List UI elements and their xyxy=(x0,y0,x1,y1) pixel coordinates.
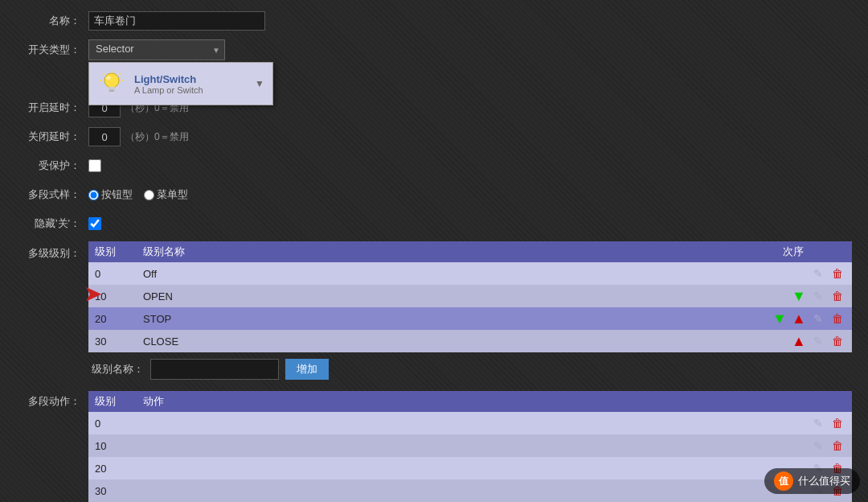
col-action-icons-header xyxy=(804,391,852,412)
action-detail-cell xyxy=(137,457,804,479)
multi-style-label: 多段式样： xyxy=(16,187,88,202)
edit-icon[interactable]: ✎ xyxy=(810,311,826,327)
dropdown-item-light-switch[interactable]: Light/Switch A Lamp or Switch ▼ xyxy=(89,63,272,105)
delete-icon[interactable]: 🗑 xyxy=(829,288,845,304)
watermark-icon: 值 xyxy=(774,471,793,491)
add-level-row: 级别名称： 增加 xyxy=(88,356,329,383)
delete-icon[interactable]: 🗑 xyxy=(829,265,845,282)
level-actions-cell: ▼▲✎🗑 xyxy=(413,307,852,330)
item-arrow-icon: ▼ xyxy=(255,78,264,89)
level-name-cell: OPEN xyxy=(137,285,413,307)
action-row: 20 ✎🗑 xyxy=(88,457,852,479)
move-down-icon[interactable]: ▼ xyxy=(772,311,788,327)
action-level-cell: 30 xyxy=(88,479,137,502)
red-arrow-icon: ➤ xyxy=(84,282,102,308)
level-name-input[interactable] xyxy=(150,359,279,380)
protected-checkbox[interactable] xyxy=(88,159,101,172)
col-order-header: 次序 xyxy=(413,241,852,262)
delete-icon[interactable]: 🗑 xyxy=(829,311,845,327)
level-cell: 30 xyxy=(88,330,137,352)
name-control xyxy=(88,11,852,31)
col-action-header: 动作 xyxy=(137,391,804,412)
action-delete-icon[interactable]: 🗑 xyxy=(829,415,845,431)
action-delete-icon[interactable]: 🗑 xyxy=(829,438,845,454)
action-detail-cell xyxy=(137,412,804,434)
multi-action-label: 多段动作： xyxy=(16,389,88,409)
move-up-icon[interactable]: ▲ xyxy=(791,311,807,327)
action-level-cell: 20 xyxy=(88,457,137,479)
level-actions-cell: ✎🗑 xyxy=(413,262,852,285)
main-form: 名称： 开关类型： Selector ▼ xyxy=(0,0,868,502)
level-row: 30 CLOSE ▲✎🗑 xyxy=(88,330,852,352)
action-edit-icon[interactable]: ✎ xyxy=(810,415,826,431)
protected-label: 受保护： xyxy=(16,158,88,173)
level-row: 20 STOP ▼▲✎🗑 xyxy=(88,307,852,330)
hide-off-label: 隐藏'关'： xyxy=(16,216,88,231)
actions-table: 级别 动作 0 ✎🗑 10 ✎🗑 20 ✎🗑 30 ✎🗑 xyxy=(88,391,852,502)
move-up-icon[interactable]: ▲ xyxy=(791,333,807,349)
edit-icon[interactable]: ✎ xyxy=(810,288,826,304)
delete-icon[interactable]: 🗑 xyxy=(829,333,845,349)
svg-line-6 xyxy=(103,73,104,75)
close-delay-label: 关闭延时： xyxy=(16,130,88,144)
level-name-cell: CLOSE xyxy=(137,330,413,352)
hide-off-control xyxy=(88,217,852,230)
multi-style-control: 按钮型 菜单型 xyxy=(88,187,852,202)
radio-btn-type[interactable]: 按钮型 xyxy=(88,187,133,202)
action-row: 30 ✎🗑 xyxy=(88,479,852,502)
protected-row: 受保护： xyxy=(16,154,852,177)
level-name-cell: Off xyxy=(137,262,413,285)
protected-control xyxy=(88,159,852,172)
action-edit-icon[interactable]: ✎ xyxy=(810,438,826,454)
watermark-text: 什么值得买 xyxy=(798,474,850,488)
light-switch-icon xyxy=(97,69,126,98)
close-delay-hint: （秒）0＝禁用 xyxy=(125,130,189,144)
switch-type-dropdown[interactable]: Selector ▼ xyxy=(88,39,225,60)
multi-level-control: 级别 级别名称 次序 0 Off ✎🗑 10 OPEN ▼✎🗑 20 STOP … xyxy=(88,241,852,383)
col-action-level-header: 级别 xyxy=(88,391,137,412)
action-icons-cell: ✎🗑 xyxy=(804,412,852,434)
col-name-header: 级别名称 xyxy=(137,241,413,262)
level-row: 0 Off ✎🗑 xyxy=(88,262,852,285)
level-name-label: 级别名称： xyxy=(92,362,144,376)
svg-point-0 xyxy=(104,73,119,88)
switch-type-label: 开关类型： xyxy=(16,43,88,57)
light-switch-text: Light/Switch A Lamp or Switch xyxy=(134,73,255,95)
name-label: 名称： xyxy=(16,14,88,28)
svg-line-7 xyxy=(119,73,121,75)
close-delay-input[interactable] xyxy=(88,127,121,146)
level-row: 10 OPEN ▼✎🗑 xyxy=(88,285,852,307)
action-row: 10 ✎🗑 xyxy=(88,434,852,457)
level-name-cell: STOP xyxy=(137,307,413,330)
close-delay-control: （秒）0＝禁用 xyxy=(88,127,852,146)
svg-rect-1 xyxy=(108,87,115,89)
level-actions-cell: ▲✎🗑 xyxy=(413,330,852,352)
col-level-header: 级别 xyxy=(88,241,137,262)
multi-action-control: 级别 动作 0 ✎🗑 10 ✎🗑 20 ✎🗑 30 ✎🗑 xyxy=(88,389,852,502)
edit-icon[interactable]: ✎ xyxy=(810,333,826,349)
dropdown-popup: Light/Switch A Lamp or Switch ▼ xyxy=(88,62,273,105)
action-level-cell: 10 xyxy=(88,434,137,457)
multi-action-row: 多段动作： 级别 动作 0 ✎🗑 10 ✎🗑 20 ✎🗑 30 xyxy=(16,389,852,502)
levels-table: 级别 级别名称 次序 0 Off ✎🗑 10 OPEN ▼✎🗑 20 STOP … xyxy=(88,241,852,352)
action-detail-cell xyxy=(137,434,804,457)
hide-off-row: 隐藏'关'： xyxy=(16,212,852,235)
switch-type-control: Selector ▼ xyxy=(88,39,852,60)
level-cell: 20 xyxy=(88,307,137,330)
radio-menu-input[interactable] xyxy=(144,190,154,200)
multi-style-row: 多段式样： 按钮型 菜单型 xyxy=(16,183,852,206)
level-actions-cell: ▼✎🗑 xyxy=(413,285,852,307)
name-input[interactable] xyxy=(88,11,265,31)
radio-btn-input[interactable] xyxy=(88,190,99,200)
move-down-icon[interactable]: ▼ xyxy=(791,288,807,304)
multi-level-row: 多级级别： ➤ 级别 级别名称 次序 0 Off ✎🗑 10 OPEN ▼✎ xyxy=(16,241,852,383)
radio-menu-type[interactable]: 菜单型 xyxy=(144,187,188,202)
switch-type-select[interactable]: Selector xyxy=(88,39,225,60)
svg-rect-2 xyxy=(109,89,115,91)
hide-off-checkbox[interactable] xyxy=(88,217,101,230)
add-button[interactable]: 增加 xyxy=(285,359,329,380)
multi-level-label: 多级级别： xyxy=(16,241,88,261)
watermark: 值 什么值得买 xyxy=(764,468,860,494)
close-delay-row: 关闭延时： （秒）0＝禁用 xyxy=(16,126,852,148)
edit-icon[interactable]: ✎ xyxy=(810,265,826,282)
